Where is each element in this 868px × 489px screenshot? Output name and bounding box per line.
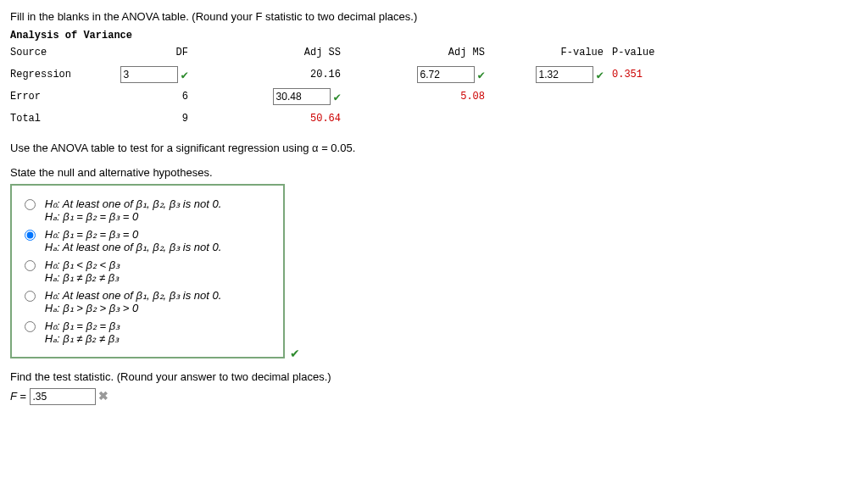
input-regression-adjms[interactable] [417,66,475,83]
check-icon: ✔ [334,90,341,104]
input-regression-df[interactable] [120,66,178,83]
label-error: Error [10,91,103,103]
label-regression: Regression [10,69,103,81]
instruction-3: State the null and alternative hypothese… [10,166,858,179]
anova-subtitle: Analysis of Variance [10,30,858,42]
input-regression-fvalue[interactable] [536,66,593,83]
hdr-adjss: Adj SS [222,47,349,58]
opt1-ha: Hₐ: β₁ = β₂ = β₃ = 0 [45,210,139,223]
instruction-4: Find the test statistic. (Round your ans… [10,370,858,383]
opt4-h0: H₀: At least one of β₁, β₂, β₃ is not 0. [45,289,222,302]
radio-option-4[interactable] [25,291,36,302]
instruction-2: Use the ANOVA table to test for a signif… [10,142,858,154]
check-icon: ✔ [597,68,604,82]
opt2-h0: H₀: β₁ = β₂ = β₃ = 0 [45,228,139,241]
radio-option-2[interactable] [25,230,36,241]
opt3-ha: Hₐ: β₁ ≠ β₂ ≠ β₃ [45,271,120,284]
opt2-ha: Hₐ: At least one of β₁, β₂, β₃ is not 0. [45,241,222,253]
hypothesis-options: H₀: At least one of β₁, β₂, β₃ is not 0.… [10,184,285,358]
row-total: Total 9 50.64 [10,108,858,130]
val-error-df: 6 [182,91,188,103]
label-total: Total [10,113,103,125]
val-regression-pvalue: 0.351 [612,69,680,81]
check-icon: ✔ [290,347,300,360]
row-regression: Regression ✔ 20.16 ✔ ✔ 0.351 [10,64,858,86]
f-label: F = [10,390,30,403]
radio-option-3[interactable] [25,260,36,271]
hdr-source: Source [10,47,103,58]
row-error: Error 6 ✔ 5.08 [10,86,858,108]
cross-icon: ✖ [98,389,108,403]
instruction-1: Fill in the blanks in the ANOVA table. (… [10,10,858,23]
val-total-df: 9 [182,113,188,125]
hdr-df: DF [103,47,222,58]
hdr-adjms: Adj MS [349,47,493,58]
val-error-adjms: 5.08 [460,91,485,103]
hdr-pvalue: P-value [612,47,680,58]
anova-header-row: Source DF Adj SS Adj MS F-value P-value [10,42,858,64]
radio-option-5[interactable] [25,321,36,332]
val-regression-adjss: 20.16 [310,69,341,81]
opt5-ha: Hₐ: β₁ ≠ β₂ ≠ β₃ [45,332,120,345]
opt5-h0: H₀: β₁ = β₂ = β₃ [45,320,120,332]
input-error-adjss[interactable] [273,88,331,105]
check-icon: ✔ [478,68,485,82]
val-total-adjss: 50.64 [310,113,341,125]
opt1-h0: H₀: At least one of β₁, β₂, β₃ is not 0. [45,197,222,210]
hdr-fvalue: F-value [493,47,612,58]
check-icon: ✔ [181,68,188,82]
radio-option-1[interactable] [25,199,36,210]
opt3-h0: H₀: β₁ < β₂ < β₃ [45,258,120,271]
input-f-statistic[interactable] [30,388,96,405]
opt4-ha: Hₐ: β₁ > β₂ > β₃ > 0 [45,302,139,314]
